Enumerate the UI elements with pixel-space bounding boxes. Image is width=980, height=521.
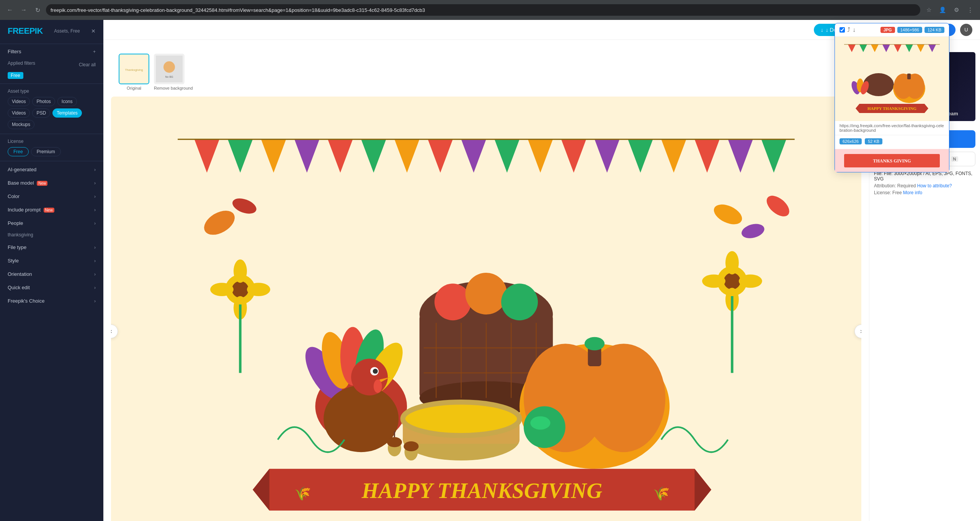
bookmark-button[interactable]: ☆ <box>923 5 934 15</box>
file-info: File: File: 3000×2000px / AI, EPS, JPG, … <box>874 171 975 182</box>
people-value: thanksgiving <box>8 232 33 238</box>
dropdown-header-left: ⤴ ↓ <box>840 26 856 33</box>
logo-text: FREEPIK <box>8 26 43 36</box>
dropdown-preview: HAPPY THANKSGIVING <box>835 37 949 121</box>
filter-color[interactable]: Color › <box>0 190 103 203</box>
address-bar[interactable]: freepik.com/free-vector/flat-thanksgivin… <box>46 4 920 16</box>
filter-quick-edit[interactable]: Quick edit › <box>0 281 103 294</box>
svg-point-38 <box>724 273 741 290</box>
svg-point-39 <box>725 251 739 274</box>
menu-button[interactable]: ⋮ <box>965 5 975 15</box>
license-premium-btn[interactable]: Premium <box>31 147 61 156</box>
pill-videos2[interactable]: Videos <box>8 108 30 118</box>
filters-expand-icon[interactable]: + <box>93 49 96 54</box>
license-free-btn[interactable]: Free <box>8 147 29 156</box>
sidebar: FREEPIK Assets, Free ✕ Filters + Applied… <box>0 20 103 521</box>
filter-prompt-arrow: › <box>94 207 96 213</box>
forward-button[interactable]: → <box>18 5 29 15</box>
user-avatar: U <box>960 24 972 36</box>
mockup-shortcut: N <box>951 156 958 162</box>
sidebar-collapse-btn[interactable]: ✕ <box>91 28 96 34</box>
svg-text:🌾: 🌾 <box>653 485 670 501</box>
pill-templates[interactable]: Templates <box>52 108 82 118</box>
dropdown-share-btn[interactable]: ⤴ <box>847 26 850 33</box>
thumb-remove-bg[interactable]: No BG Remove background <box>154 54 193 90</box>
svg-point-56 <box>501 283 538 320</box>
pill-mockups[interactable]: Mockups <box>8 120 34 129</box>
filter-freepiks-choice[interactable]: Freepik's Choice › <box>0 294 103 308</box>
thumb-original[interactable]: Thanksgiving Original <box>119 54 149 90</box>
filters-header: Filters + <box>0 46 103 57</box>
asset-type-label: Asset type <box>8 88 96 94</box>
svg-point-55 <box>466 273 507 315</box>
svg-point-73 <box>374 380 382 393</box>
filter-base-model[interactable]: Base model New › <box>0 176 103 190</box>
svg-point-54 <box>434 283 471 320</box>
filter-people[interactable]: People › <box>0 216 103 230</box>
svg-text:HAPPY THANKSGIVING: HAPPY THANKSGIVING <box>361 479 603 503</box>
browser-actions: ☆ 👤 ⚙ ⋮ <box>923 5 975 15</box>
thanksgiving-svg: HAPPY THANKSGIVING 🌾 🌾 <box>111 97 861 521</box>
filter-people-label: People <box>8 220 23 226</box>
active-filter-tag[interactable]: Free <box>8 72 23 79</box>
dropdown-download-btn[interactable]: ↓ <box>853 26 856 33</box>
dropdown-checkbox[interactable] <box>840 27 845 33</box>
filter-style-label: Style <box>8 258 19 264</box>
filter-choice-arrow: › <box>94 298 96 304</box>
svg-text:THANKS GIVING: THANKS GIVING <box>873 158 911 164</box>
filter-include-prompt[interactable]: Include prompt New › <box>0 203 103 216</box>
filter-style[interactable]: Style › <box>0 254 103 267</box>
pill-psd[interactable]: PSD <box>32 108 50 118</box>
asset-type-pills: Videos Photos Icons Videos PSD Templates… <box>8 97 96 129</box>
pill-photos[interactable]: Photos <box>32 97 55 106</box>
reload-button[interactable]: ↻ <box>32 5 43 15</box>
main-image: HAPPY THANKSGIVING 🌾 🌾 <box>111 97 861 521</box>
filter-file-type[interactable]: File type › <box>0 241 103 254</box>
filter-ai-generated[interactable]: AI-generated › <box>0 163 103 176</box>
image-panel: ‹ › <box>111 97 861 521</box>
filter-orientation-arrow: › <box>94 272 96 277</box>
svg-point-42 <box>739 274 762 288</box>
attribution-link[interactable]: How to attribute? <box>917 183 952 188</box>
dropdown-footer: 626x626 52 KB <box>835 135 949 147</box>
badge-format: JPG <box>880 27 895 33</box>
pill-videos[interactable]: Videos <box>8 97 30 106</box>
svg-point-84 <box>403 441 418 451</box>
filter-orientation-label: Orientation <box>8 271 32 277</box>
license-section: License Free Premium <box>0 136 103 159</box>
extensions-button[interactable]: ⚙ <box>951 5 962 15</box>
filter-color-arrow: › <box>94 194 96 199</box>
download-icon: ↓ <box>821 27 823 33</box>
svg-point-81 <box>387 437 402 447</box>
clear-all-btn[interactable]: Clear all <box>79 62 96 67</box>
dropdown-header: ⤴ ↓ JPG 1486×986 124 KB <box>835 23 949 37</box>
pill-icons[interactable]: Icons <box>57 97 77 106</box>
badge-file-size: 124 KB <box>924 27 944 33</box>
page-wrapper: FREEPIK Assets, Free ✕ Filters + Applied… <box>0 20 980 521</box>
profile-button[interactable]: 👤 <box>937 5 948 15</box>
footer-preview-small: THANKS GIVING <box>835 149 949 172</box>
thumb-remove-bg-img: No BG <box>154 54 185 84</box>
footer-small-svg: THANKS GIVING <box>840 150 944 171</box>
browser-chrome: ← → ↻ freepik.com/free-vector/flat-thank… <box>0 0 980 20</box>
svg-point-31 <box>232 281 249 298</box>
dropdown-preview-svg: HAPPY THANKSGIVING <box>840 39 944 119</box>
svg-point-35 <box>247 283 270 296</box>
dropdown-overlay: ⤴ ↓ JPG 1486×986 124 KB <box>835 23 949 172</box>
back-button[interactable]: ← <box>5 5 15 15</box>
thumbnail-strip: Thanksgiving Original No BG <box>111 48 861 97</box>
filter-prompt-label: Include prompt New <box>8 207 54 213</box>
svg-point-71 <box>373 369 378 374</box>
filter-orientation[interactable]: Orientation › <box>0 267 103 281</box>
footer-badge-2: 52 KB <box>865 138 882 144</box>
license-label: License <box>8 139 96 144</box>
license-link[interactable]: More info <box>903 190 922 195</box>
dropdown-url: https://img.freepik.com/free-vector/flat… <box>835 121 949 135</box>
applied-filters-label: Applied filters <box>8 61 35 66</box>
svg-point-32 <box>234 259 247 283</box>
filter-color-label: Color <box>8 193 20 199</box>
license-buttons: Free Premium <box>8 147 96 156</box>
assets-label: Assets, Free <box>54 28 80 34</box>
filters-label: Filters <box>8 49 21 54</box>
address-text: freepik.com/free-vector/flat-thanksgivin… <box>51 7 425 13</box>
